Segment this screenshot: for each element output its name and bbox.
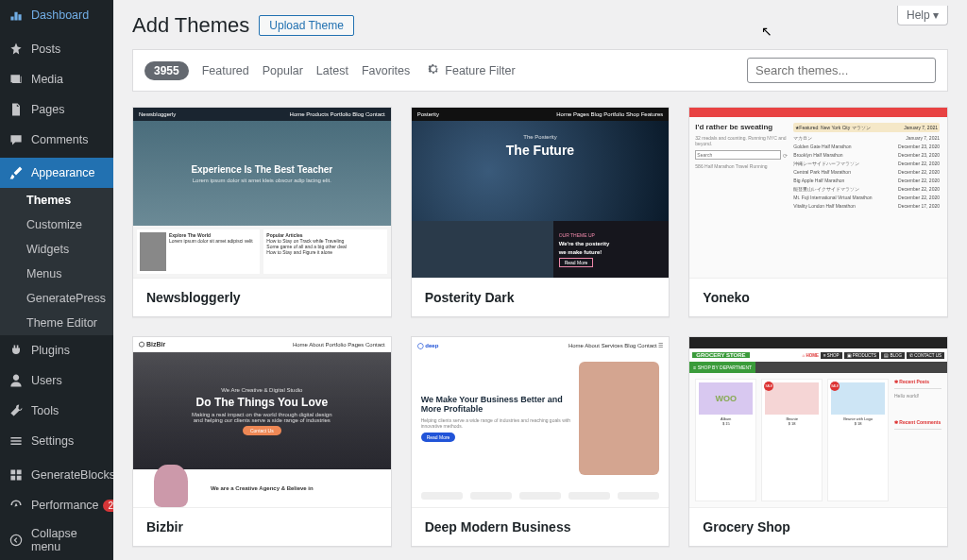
gauge-icon	[8, 497, 25, 514]
preview-text: We are a Creative Agency & Believe in	[211, 485, 314, 491]
preview-text: Lorem ipsum dolor sit amet kleis obscur …	[193, 178, 331, 183]
preview-text: Popular Articles	[266, 232, 302, 238]
menu-plugins[interactable]: Plugins	[0, 335, 113, 365]
filter-featured[interactable]: Featured	[202, 64, 249, 77]
main-content: Help ▾ Add Themes Upload Theme ↖ 3955 Fe…	[113, 0, 967, 560]
submenu-widgets[interactable]: Widgets	[0, 237, 113, 262]
menu-dashboard[interactable]: Dashboard	[0, 0, 113, 30]
theme-count: 3955	[144, 61, 189, 80]
menu-label: Dashboard	[31, 8, 89, 22]
comment-icon	[8, 131, 25, 148]
menu-label: Plugins	[31, 344, 70, 357]
menu-performance[interactable]: Performance2	[0, 490, 113, 520]
filter-favorites[interactable]: Favorites	[362, 64, 410, 77]
admin-sidebar: Dashboard Posts Media Pages Comments App…	[0, 0, 113, 560]
themes-grid: NewsbloggerlyHome Products Portfolio Blo…	[132, 107, 948, 547]
preview-text: December 22, 2020	[898, 169, 940, 175]
menu-label: Performance	[31, 499, 99, 512]
menu-tools[interactable]: Tools	[0, 396, 113, 426]
svg-point-0	[10, 535, 21, 545]
preview-text: ▣ PRODUCTS	[844, 352, 880, 359]
menu-users[interactable]: Users	[0, 365, 113, 396]
feature-filter-label: Feature Filter	[445, 64, 515, 77]
theme-card[interactable]: GROCERY STORE⌂ HOME≡ SHOP▣ PRODUCTS▤ BLO…	[688, 336, 948, 547]
preview-text: 能登里山レイクサイドマラソン	[793, 186, 859, 192]
preview-text: ▤ BLOG	[881, 352, 905, 359]
menu-label: Collapse menu	[31, 527, 106, 553]
preview-text: OUR THEME UP	[559, 232, 595, 238]
search-input[interactable]	[747, 58, 936, 83]
theme-card[interactable]: ⬡ BizBirHome About Portfolio Pages Conta…	[132, 336, 392, 547]
preview-text: The Future	[506, 143, 574, 158]
feature-filter-button[interactable]: Feature Filter	[427, 62, 515, 78]
menu-label: GenerateBlocks	[31, 468, 115, 482]
theme-card[interactable]: NewsbloggerlyHome Products Portfolio Blo…	[132, 107, 392, 317]
menu-settings[interactable]: Settings	[0, 426, 113, 456]
preview-text: BizBir	[146, 341, 165, 348]
user-icon	[8, 372, 25, 389]
submenu-menus[interactable]: Menus	[0, 262, 113, 286]
menu-appearance[interactable]: Appearance	[0, 158, 113, 188]
preview-input	[695, 150, 781, 160]
menu-label: Users	[31, 374, 62, 387]
wrench-icon	[8, 402, 25, 419]
preview-text: December 22, 2020	[898, 186, 940, 192]
menu-media[interactable]: Media	[0, 64, 113, 94]
preview-text: December 17, 2020	[898, 203, 940, 209]
preview-text: I'd rather be sweating	[695, 123, 788, 131]
theme-preview: ⬡ BizBirHome About Portfolio Pages Conta…	[133, 337, 391, 507]
pin-icon	[8, 41, 25, 58]
theme-name: Yoneko	[689, 278, 947, 316]
preview-text: December 22, 2020	[898, 195, 940, 200]
brush-icon	[8, 164, 25, 181]
preview-text: December 22, 2020	[898, 161, 940, 166]
preview-text: Central Park Half Marathon	[793, 169, 851, 175]
theme-name: Grocery Shop	[689, 507, 947, 546]
filter-popular[interactable]: Popular	[263, 64, 303, 77]
menu-collapse[interactable]: Collapse menu	[0, 520, 113, 560]
preview-text: ★Featured: New York City マラソン	[795, 125, 870, 130]
preview-text: Brooklyn Half Marathon	[793, 152, 842, 158]
upload-theme-button[interactable]: Upload Theme	[259, 15, 354, 36]
submenu-themes[interactable]: Themes	[0, 188, 113, 212]
preview-text: Explore The World	[169, 232, 211, 238]
preview-text: December 22, 2020	[898, 178, 940, 183]
menu-label: Media	[31, 73, 63, 86]
theme-name: Newsbloggerly	[133, 278, 391, 316]
preview-text: ✱ Recent Posts	[894, 379, 942, 384]
theme-card[interactable]: I'd rather be sweating 32 medals and cou…	[688, 107, 948, 317]
preview-text: We Are Creative & Digital Studio	[221, 387, 302, 393]
theme-preview: I'd rather be sweating 32 medals and cou…	[689, 108, 947, 278]
preview-text: ✆ CONTACT US	[907, 352, 944, 359]
preview-text: ≡ SHOP BY DEPARTMENT	[689, 362, 755, 373]
preview-text: Golden Gate Half Marathon	[793, 144, 851, 149]
preview-text: Mt. Fuji International Virtual Marathon	[793, 195, 872, 200]
preview-text: We're the posterity	[559, 241, 610, 246]
theme-card[interactable]: PosterityHome Pages Blog Portfolio Shop …	[411, 107, 670, 317]
menu-generateblocks[interactable]: GenerateBlocks	[0, 460, 113, 490]
menu-comments[interactable]: Comments	[0, 125, 113, 155]
submenu-theme-editor[interactable]: Theme Editor	[0, 311, 113, 335]
menu-pages[interactable]: Pages	[0, 94, 113, 125]
help-button[interactable]: Help ▾	[897, 6, 948, 25]
preview-text: ⌂ HOME	[803, 353, 819, 358]
theme-card[interactable]: ◯ deepHome About Services Blog Contact ☰…	[411, 336, 670, 547]
preview-text: January 7, 2021	[906, 135, 940, 141]
menu-posts[interactable]: Posts	[0, 34, 113, 64]
filter-latest[interactable]: Latest	[316, 64, 348, 77]
preview-text: January 7, 2021	[904, 125, 938, 130]
preview-text: December 23, 2020	[898, 152, 940, 158]
submenu-customize[interactable]: Customize	[0, 212, 113, 237]
settings-icon	[8, 433, 25, 450]
preview-text: マカロン	[793, 135, 812, 141]
preview-text: 32 medals and counting. Running NYC and …	[695, 135, 788, 146]
preview-text: The Posterity	[523, 134, 556, 140]
theme-name: Posterity Dark	[412, 278, 670, 316]
theme-preview: NewsbloggerlyHome Products Portfolio Blo…	[133, 108, 391, 278]
preview-text: Vitality London Half Marathon	[793, 203, 856, 209]
menu-label: Pages	[31, 103, 64, 116]
menu-label: Tools	[31, 404, 59, 417]
submenu-generatepress[interactable]: GeneratePress	[0, 286, 113, 311]
dashboard-icon	[8, 7, 25, 24]
theme-name: Bizbir	[133, 507, 391, 546]
